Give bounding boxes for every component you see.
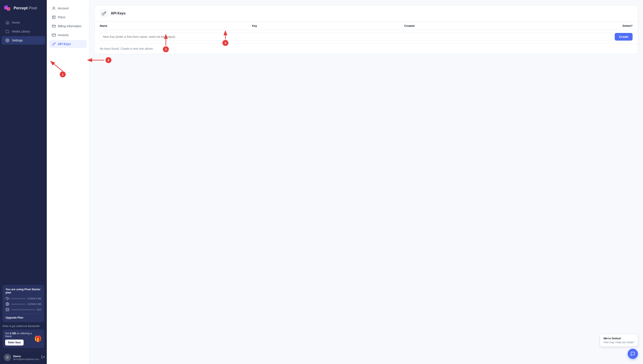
plan-stat-bandwidth: 0.0/500.0 MB [6, 302, 41, 306]
subnav-invoices-label: Invoices [58, 33, 69, 37]
gear-icon [6, 38, 9, 42]
subnav-api-keys-label: API Keys [58, 42, 71, 46]
new-key-input[interactable] [100, 33, 612, 41]
chat-button[interactable] [628, 349, 638, 359]
key-icon [52, 42, 56, 46]
col-header-created: Created [404, 24, 556, 28]
col-header-key: Key [252, 24, 404, 28]
plan-stat-projects-label: 0/10 [37, 308, 41, 311]
chat-title: We're Online! [603, 337, 634, 340]
subnav-plans-label: Plans [58, 16, 65, 19]
refer-section: Refer & get additional Bandwidth Get 2 G… [3, 325, 44, 348]
subnav-billing-label: Billing Information [58, 24, 82, 28]
plan-box: You are using Pixel Starter plan 0.0/500… [3, 285, 44, 322]
col-header-delete: Delete? [556, 24, 632, 28]
subnav-item-billing[interactable]: Billing Information [49, 22, 87, 30]
svg-rect-11 [52, 16, 55, 19]
refer-card: Get 2 GB on referring a friend Refer Now… [3, 329, 44, 348]
logout-icon [41, 355, 45, 359]
sidebar-item-settings[interactable]: Settings [2, 36, 45, 44]
subnav-item-plans[interactable]: Plans [49, 13, 87, 21]
chat-bubble: We're Online! How may I help you today? [600, 334, 638, 346]
plan-stat-storage-label: 0.0/500.0 MB [28, 297, 41, 300]
subnav-item-invoices[interactable]: Invoices [49, 31, 87, 39]
svg-point-8 [7, 309, 7, 309]
svg-rect-2 [6, 5, 8, 7]
chat-icon [630, 352, 635, 356]
chat-subtitle: How may I help you today? [603, 341, 634, 344]
logo: Percept Pixel [0, 0, 47, 16]
svg-rect-16 [52, 34, 56, 36]
subnav-item-api-keys[interactable]: API Keys [49, 40, 87, 48]
user-icon [52, 6, 56, 10]
user-info: Demo demo@perceptpixel.com [13, 355, 39, 360]
api-table-header: Name Key Created Delete? [95, 22, 638, 30]
invoices-icon [52, 33, 56, 37]
home-icon [6, 20, 9, 24]
upload-icon [6, 297, 9, 300]
user-email: demo@perceptpixel.com [13, 358, 39, 360]
plan-title: You are using Pixel Starter plan [6, 288, 41, 294]
plan-stat-storage: 0.0/500.0 MB [6, 297, 41, 300]
upgrade-plan-link[interactable]: Upgrade Plan [6, 314, 41, 319]
settings-subnav: Account Plans Billing Information Invoic… [47, 0, 89, 364]
main-content: API Keys Name Key Created Delete? Create… [89, 0, 643, 364]
refer-now-button[interactable]: Refer Now [5, 340, 24, 346]
image-icon [6, 308, 9, 312]
plans-icon [52, 15, 56, 19]
api-key-header-icon [102, 11, 106, 16]
globe-icon [6, 302, 9, 306]
svg-point-10 [53, 7, 55, 8]
create-key-button[interactable]: Create [615, 33, 632, 40]
api-keys-header: API Keys [95, 5, 638, 22]
api-keys-title: API Keys [111, 12, 126, 15]
sidebar-user: D Demo demo@perceptpixel.com [0, 350, 47, 364]
refer-emoji: 🎁 [34, 335, 42, 342]
plan-stat-bandwidth-label: 0.0/500.0 MB [28, 303, 41, 305]
avatar: D [4, 354, 11, 361]
sidebar-item-home[interactable]: Home [2, 18, 45, 27]
logout-button[interactable] [41, 355, 45, 360]
svg-point-3 [7, 40, 8, 41]
no-keys-message: No keys found. Create a new one above. [95, 44, 638, 54]
sidebar-item-settings-label: Settings [12, 39, 23, 42]
folder-icon [6, 30, 9, 33]
refer-title: Refer & get additional Bandwidth [3, 325, 44, 328]
user-name: Demo [13, 355, 39, 358]
billing-icon [52, 24, 56, 28]
api-keys-card: API Keys Name Key Created Delete? Create… [94, 5, 638, 54]
sidebar-navigation: Home Media Library Settings [0, 16, 47, 282]
api-key-icon-wrap [100, 9, 108, 18]
sidebar-item-media-label: Media Library [12, 30, 30, 33]
chat-widget: We're Online! How may I help you today? [600, 334, 638, 359]
subnav-item-account[interactable]: Account [49, 4, 87, 12]
plan-stat-projects: 0/10 [6, 308, 41, 312]
sidebar-item-home-label: Home [12, 21, 20, 24]
sidebar-item-media-library[interactable]: Media Library [2, 27, 45, 36]
svg-rect-1 [7, 7, 10, 10]
subnav-account-label: Account [58, 6, 69, 10]
refer-text: Get 2 GB on referring a friend [5, 332, 34, 338]
sidebar: Percept Pixel Home Media Library Setting… [0, 0, 47, 364]
logo-text: Percept Pixel [14, 6, 37, 10]
col-header-name: Name [100, 24, 252, 28]
api-input-row: Create [95, 30, 638, 44]
svg-rect-14 [52, 25, 56, 28]
